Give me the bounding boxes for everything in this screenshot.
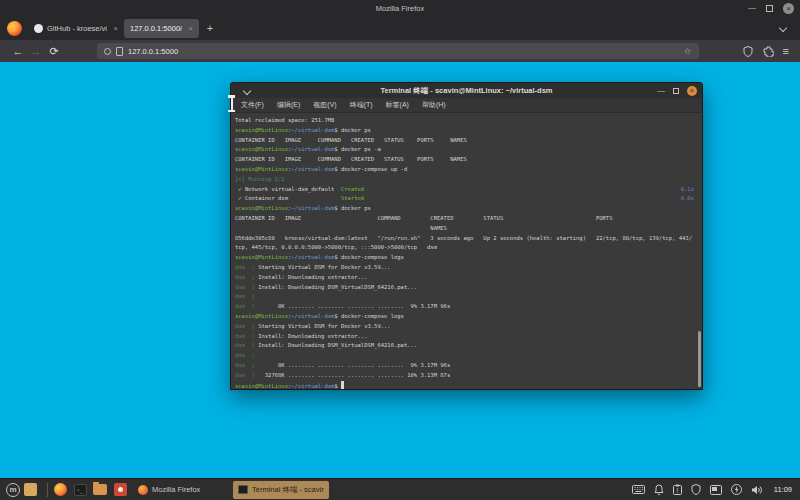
menu-tabs[interactable]: 标签(A)	[386, 100, 409, 110]
tab-close-icon[interactable]: ×	[188, 24, 193, 33]
toolbar-right: ≡	[743, 45, 789, 57]
menu-help[interactable]: 帮助(H)	[422, 100, 446, 110]
nav-toolbar: ← → ⟳ 127.0.0.1:5000 ☆ ≡	[0, 40, 800, 62]
terminal-line: dsm | 0K ........ ........ ........ ....…	[235, 361, 700, 371]
start-menu-button[interactable]: m	[6, 483, 20, 497]
firefox-titlebar[interactable]: Mozilla Firefox — ×	[0, 0, 800, 16]
terminal-line: 856dde305c80 kroese/virtual-dsm:latest "…	[235, 234, 700, 244]
taskbar: m ›_ Mozilla Firefox Terminal 终端 - scavi…	[0, 478, 800, 500]
window-menu-chevron-icon[interactable]	[243, 87, 251, 95]
notifications-bell-icon[interactable]	[654, 484, 664, 495]
github-icon	[34, 24, 43, 33]
terminal-minimize-button[interactable]: —	[657, 86, 665, 95]
window-title: Mozilla Firefox	[376, 4, 424, 13]
terminal-line: dsm | Install: Downloading DSM_VirtualDS…	[235, 341, 700, 351]
update-manager-icon[interactable]: !	[673, 484, 682, 495]
terminal-line: dsm | Install: Downloading DSM_VirtualDS…	[235, 283, 700, 293]
power-manager-icon[interactable]	[731, 484, 742, 495]
terminal-line: dsm |	[235, 292, 700, 302]
software-icon	[114, 483, 127, 496]
list-tabs-button[interactable]	[780, 25, 786, 31]
close-button[interactable]: ×	[783, 3, 794, 14]
workspaces-icon[interactable]	[710, 485, 722, 495]
terminal-line: scavin@MintLinux:~/virtual-dsm$ docker-c…	[235, 312, 700, 322]
firefox-launcher[interactable]	[53, 483, 67, 497]
terminal-line: scavin@MintLinux:~/virtual-dsm$ docker p…	[235, 126, 700, 136]
taskbar-separator	[47, 483, 48, 497]
svg-text:!: !	[676, 487, 678, 494]
url-bar[interactable]: 127.0.0.1:5000 ☆	[97, 43, 699, 59]
menu-file[interactable]: 文件(F)	[241, 100, 264, 110]
desktop: Mozilla Firefox — × GitHub - kroese/virt…	[0, 0, 800, 500]
forward-button[interactable]: →	[27, 45, 45, 57]
terminal-line: tcp, 445/tcp, 0.0.0.0:5000->5000/tcp, ::…	[235, 243, 700, 253]
minimize-button[interactable]: —	[748, 4, 756, 12]
back-button[interactable]: ←	[9, 45, 27, 57]
terminal-icon	[238, 485, 248, 494]
firefox-icon	[7, 21, 22, 36]
firefox-icon	[54, 483, 67, 496]
terminal-window: Terminal 终端 - scavin@MintLinux: ~/virtua…	[230, 82, 703, 390]
terminal-line: dsm | Starting Virtual DSM for Docker v3…	[235, 322, 700, 332]
terminal-line: scavin@MintLinux:~/virtual-dsm$ docker-c…	[235, 165, 700, 175]
tab-label: 127.0.0.1:5000/	[130, 24, 182, 33]
menu-view[interactable]: 视图(V)	[313, 100, 336, 110]
page-icon	[116, 47, 123, 56]
taskbar-window-firefox[interactable]: Mozilla Firefox	[133, 481, 229, 499]
terminal-line: scavin@MintLinux:~/virtual-dsm$	[235, 381, 700, 389]
window-controls: — ×	[748, 0, 794, 16]
terminal-output[interactable]: Total reclaimed space: 251.7MBscavin@Min…	[231, 113, 702, 389]
terminal-close-button[interactable]: ×	[687, 86, 697, 96]
tab-label: GitHub - kroese/virtual-dsm	[47, 24, 107, 33]
terminal-lines: Total reclaimed space: 251.7MBscavin@Min…	[235, 116, 700, 389]
terminal-menubar: 文件(F) 编辑(E) 视图(V) 终端(T) 标签(A) 帮助(H)	[231, 98, 702, 113]
firewall-shield-icon[interactable]	[691, 484, 701, 495]
reload-button[interactable]: ⟳	[45, 45, 63, 58]
menu-edit[interactable]: 编辑(E)	[277, 100, 300, 110]
window-button-label: Mozilla Firefox	[152, 485, 200, 494]
terminal-icon: ›_	[74, 484, 87, 496]
terminal-line: NAMES	[235, 224, 700, 234]
terminal-line: CONTAINER ID IMAGE COMMAND CREATED STATU…	[235, 214, 700, 224]
tab-close-icon[interactable]: ×	[113, 24, 118, 33]
volume-icon[interactable]	[751, 485, 763, 495]
clock[interactable]: 11:09	[774, 485, 792, 494]
menu-icon[interactable]: ≡	[783, 45, 789, 57]
firefox-icon	[138, 485, 148, 495]
terminal-line: CONTAINER ID IMAGE COMMAND CREATED STATU…	[235, 136, 700, 146]
terminal-line: 0.0s ✔ Container dsm Started	[235, 194, 700, 204]
tab-github[interactable]: GitHub - kroese/virtual-dsm ×	[28, 19, 124, 38]
system-tray: ! 11:09	[632, 484, 796, 495]
show-desktop-button[interactable]	[24, 483, 37, 496]
terminal-line: [+] Running 2/2	[235, 175, 700, 185]
folder-icon	[93, 484, 107, 495]
bookmark-star-icon[interactable]: ☆	[684, 46, 692, 56]
terminal-line: dsm | 0K ........ ........ ........ ....…	[235, 302, 700, 312]
terminal-title: Terminal 终端 - scavin@MintLinux: ~/virtua…	[381, 86, 553, 96]
terminal-line: Total reclaimed space: 251.7MB	[235, 116, 700, 126]
files-launcher[interactable]	[93, 483, 107, 497]
terminal-line: dsm | Install: Downloading extractor...	[235, 332, 700, 342]
taskbar-window-terminal[interactable]: Terminal 终端 - scavin@Mi...	[233, 481, 329, 499]
maximize-button[interactable]	[766, 5, 773, 12]
shield-icon[interactable]	[743, 46, 754, 57]
terminal-line: 0.1s ✔ Network virtual-dsm_default Creat…	[235, 185, 700, 195]
terminal-launcher[interactable]: ›_	[73, 483, 87, 497]
terminal-scrollbar[interactable]	[698, 331, 701, 387]
menu-terminal[interactable]: 终端(T)	[350, 100, 373, 110]
terminal-line: scavin@MintLinux:~/virtual-dsm$ docker-c…	[235, 253, 700, 263]
tab-bar: GitHub - kroese/virtual-dsm × 127.0.0.1:…	[0, 16, 800, 40]
terminal-window-controls: — ×	[657, 83, 697, 98]
terminal-line: scavin@MintLinux:~/virtual-dsm$ docker p…	[235, 204, 700, 214]
terminal-line: scavin@MintLinux:~/virtual-dsm$ docker p…	[235, 145, 700, 155]
window-button-label: Terminal 终端 - scavin@Mi...	[252, 485, 324, 495]
keyboard-icon[interactable]	[632, 485, 645, 494]
new-tab-button[interactable]: +	[207, 22, 213, 34]
terminal-titlebar[interactable]: Terminal 终端 - scavin@MintLinux: ~/virtua…	[231, 83, 702, 98]
tab-localhost[interactable]: 127.0.0.1:5000/ ×	[124, 19, 199, 38]
extensions-icon[interactable]	[763, 46, 774, 57]
url-text[interactable]: 127.0.0.1:5000	[128, 47, 679, 56]
terminal-maximize-button[interactable]	[673, 88, 679, 94]
site-info-icon[interactable]	[104, 48, 111, 55]
software-launcher[interactable]	[113, 483, 127, 497]
